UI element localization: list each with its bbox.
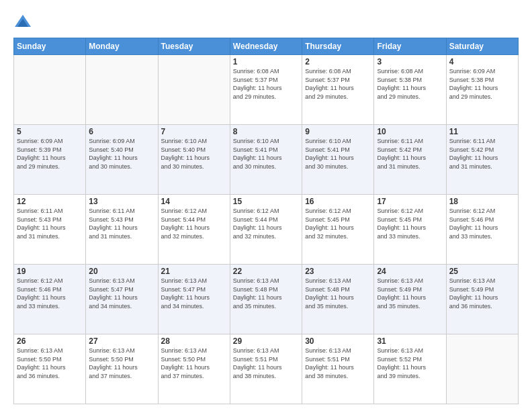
day-number: 6 — [89, 127, 154, 136]
calendar-cell: 15Sunrise: 6:12 AM Sunset: 5:44 PM Dayli… — [230, 195, 302, 265]
day-number: 21 — [161, 267, 227, 276]
day-info: Sunrise: 6:12 AM Sunset: 5:44 PM Dayligh… — [161, 207, 227, 240]
day-number: 17 — [377, 197, 443, 206]
calendar-cell: 5Sunrise: 6:09 AM Sunset: 5:39 PM Daylig… — [14, 125, 86, 195]
day-number: 8 — [233, 127, 299, 136]
day-number: 2 — [305, 57, 371, 66]
day-number: 5 — [17, 127, 83, 136]
header — [13, 11, 519, 32]
day-info: Sunrise: 6:08 AM Sunset: 5:37 PM Dayligh… — [233, 67, 299, 101]
calendar-cell: 28Sunrise: 6:13 AM Sunset: 5:50 PM Dayli… — [158, 334, 230, 404]
calendar-cell: 2Sunrise: 6:08 AM Sunset: 5:37 PM Daylig… — [302, 55, 374, 125]
day-number: 16 — [305, 197, 371, 206]
day-number: 19 — [17, 267, 83, 276]
calendar-cell: 14Sunrise: 6:12 AM Sunset: 5:44 PM Dayli… — [158, 195, 230, 265]
day-number: 20 — [89, 267, 154, 276]
day-info: Sunrise: 6:13 AM Sunset: 5:51 PM Dayligh… — [233, 347, 299, 380]
col-header-tuesday: Tuesday — [158, 38, 230, 55]
col-header-monday: Monday — [86, 38, 158, 55]
calendar-cell: 30Sunrise: 6:13 AM Sunset: 5:51 PM Dayli… — [302, 334, 374, 404]
calendar-cell: 31Sunrise: 6:13 AM Sunset: 5:52 PM Dayli… — [374, 334, 446, 404]
day-number: 27 — [89, 336, 154, 346]
day-info: Sunrise: 6:13 AM Sunset: 5:51 PM Dayligh… — [305, 347, 371, 380]
calendar-cell: 7Sunrise: 6:10 AM Sunset: 5:40 PM Daylig… — [158, 125, 230, 195]
calendar-cell — [158, 55, 230, 125]
day-number: 9 — [305, 127, 371, 136]
calendar-cell: 16Sunrise: 6:12 AM Sunset: 5:45 PM Dayli… — [302, 195, 374, 265]
calendar-cell: 11Sunrise: 6:11 AM Sunset: 5:42 PM Dayli… — [446, 125, 518, 195]
col-header-thursday: Thursday — [302, 38, 374, 55]
day-info: Sunrise: 6:13 AM Sunset: 5:50 PM Dayligh… — [161, 347, 227, 380]
day-number: 23 — [305, 267, 371, 276]
calendar-cell — [446, 334, 518, 404]
calendar-cell: 3Sunrise: 6:08 AM Sunset: 5:38 PM Daylig… — [374, 55, 446, 125]
day-info: Sunrise: 6:12 AM Sunset: 5:45 PM Dayligh… — [377, 207, 443, 240]
calendar-cell: 27Sunrise: 6:13 AM Sunset: 5:50 PM Dayli… — [86, 334, 158, 404]
day-info: Sunrise: 6:10 AM Sunset: 5:40 PM Dayligh… — [161, 137, 227, 171]
day-info: Sunrise: 6:09 AM Sunset: 5:40 PM Dayligh… — [89, 137, 154, 171]
calendar-cell: 26Sunrise: 6:13 AM Sunset: 5:50 PM Dayli… — [14, 334, 86, 404]
page: SundayMondayTuesdayWednesdayThursdayFrid… — [0, 0, 532, 411]
day-info: Sunrise: 6:11 AM Sunset: 5:42 PM Dayligh… — [449, 137, 515, 171]
day-number: 24 — [377, 267, 443, 276]
calendar-cell: 25Sunrise: 6:13 AM Sunset: 5:49 PM Dayli… — [446, 265, 518, 334]
day-info: Sunrise: 6:08 AM Sunset: 5:37 PM Dayligh… — [305, 67, 371, 101]
day-number: 30 — [305, 336, 371, 346]
calendar-cell: 1Sunrise: 6:08 AM Sunset: 5:37 PM Daylig… — [230, 55, 302, 125]
calendar-week-row: 26Sunrise: 6:13 AM Sunset: 5:50 PM Dayli… — [14, 334, 519, 404]
day-info: Sunrise: 6:13 AM Sunset: 5:49 PM Dayligh… — [377, 277, 443, 310]
logo — [13, 13, 35, 32]
day-info: Sunrise: 6:12 AM Sunset: 5:46 PM Dayligh… — [17, 277, 83, 310]
day-info: Sunrise: 6:11 AM Sunset: 5:42 PM Dayligh… — [377, 137, 443, 171]
day-info: Sunrise: 6:13 AM Sunset: 5:52 PM Dayligh… — [377, 347, 443, 380]
day-number: 1 — [233, 57, 299, 66]
calendar-cell: 22Sunrise: 6:13 AM Sunset: 5:48 PM Dayli… — [230, 265, 302, 334]
calendar-week-row: 12Sunrise: 6:11 AM Sunset: 5:43 PM Dayli… — [14, 195, 519, 265]
calendar-cell: 6Sunrise: 6:09 AM Sunset: 5:40 PM Daylig… — [86, 125, 158, 195]
col-header-saturday: Saturday — [446, 38, 518, 55]
day-number: 4 — [449, 57, 515, 66]
calendar-header-row: SundayMondayTuesdayWednesdayThursdayFrid… — [14, 38, 519, 55]
calendar-cell: 19Sunrise: 6:12 AM Sunset: 5:46 PM Dayli… — [14, 265, 86, 334]
calendar-cell: 24Sunrise: 6:13 AM Sunset: 5:49 PM Dayli… — [374, 265, 446, 334]
day-number: 11 — [449, 127, 515, 136]
day-number: 14 — [161, 197, 227, 206]
day-info: Sunrise: 6:13 AM Sunset: 5:49 PM Dayligh… — [449, 277, 515, 310]
calendar-cell: 18Sunrise: 6:12 AM Sunset: 5:46 PM Dayli… — [446, 195, 518, 265]
calendar-cell: 17Sunrise: 6:12 AM Sunset: 5:45 PM Dayli… — [374, 195, 446, 265]
day-info: Sunrise: 6:09 AM Sunset: 5:39 PM Dayligh… — [17, 137, 83, 171]
day-info: Sunrise: 6:12 AM Sunset: 5:46 PM Dayligh… — [449, 207, 515, 240]
day-info: Sunrise: 6:08 AM Sunset: 5:38 PM Dayligh… — [377, 67, 443, 101]
calendar-week-row: 19Sunrise: 6:12 AM Sunset: 5:46 PM Dayli… — [14, 265, 519, 334]
day-number: 25 — [449, 267, 515, 276]
col-header-friday: Friday — [374, 38, 446, 55]
col-header-wednesday: Wednesday — [230, 38, 302, 55]
calendar-cell — [14, 55, 86, 125]
calendar-cell: 21Sunrise: 6:13 AM Sunset: 5:47 PM Dayli… — [158, 265, 230, 334]
day-info: Sunrise: 6:11 AM Sunset: 5:43 PM Dayligh… — [89, 207, 154, 240]
logo-icon — [13, 13, 32, 32]
day-info: Sunrise: 6:13 AM Sunset: 5:50 PM Dayligh… — [89, 347, 154, 380]
calendar-week-row: 1Sunrise: 6:08 AM Sunset: 5:37 PM Daylig… — [14, 55, 519, 125]
day-info: Sunrise: 6:13 AM Sunset: 5:47 PM Dayligh… — [161, 277, 227, 310]
calendar-table: SundayMondayTuesdayWednesdayThursdayFrid… — [13, 38, 519, 404]
calendar-cell — [86, 55, 158, 125]
day-number: 7 — [161, 127, 227, 136]
calendar-cell: 23Sunrise: 6:13 AM Sunset: 5:48 PM Dayli… — [302, 265, 374, 334]
calendar-week-row: 5Sunrise: 6:09 AM Sunset: 5:39 PM Daylig… — [14, 125, 519, 195]
day-number: 18 — [449, 197, 515, 206]
calendar-cell: 4Sunrise: 6:09 AM Sunset: 5:38 PM Daylig… — [446, 55, 518, 125]
day-number: 12 — [17, 197, 83, 206]
calendar-cell: 29Sunrise: 6:13 AM Sunset: 5:51 PM Dayli… — [230, 334, 302, 404]
day-info: Sunrise: 6:09 AM Sunset: 5:38 PM Dayligh… — [449, 67, 515, 101]
day-info: Sunrise: 6:12 AM Sunset: 5:44 PM Dayligh… — [233, 207, 299, 240]
day-number: 10 — [377, 127, 443, 136]
day-number: 3 — [377, 57, 443, 66]
day-number: 13 — [89, 197, 154, 206]
day-info: Sunrise: 6:10 AM Sunset: 5:41 PM Dayligh… — [305, 137, 371, 171]
calendar-cell: 9Sunrise: 6:10 AM Sunset: 5:41 PM Daylig… — [302, 125, 374, 195]
col-header-sunday: Sunday — [14, 38, 86, 55]
calendar-cell: 10Sunrise: 6:11 AM Sunset: 5:42 PM Dayli… — [374, 125, 446, 195]
day-info: Sunrise: 6:13 AM Sunset: 5:47 PM Dayligh… — [89, 277, 154, 310]
calendar-cell: 20Sunrise: 6:13 AM Sunset: 5:47 PM Dayli… — [86, 265, 158, 334]
